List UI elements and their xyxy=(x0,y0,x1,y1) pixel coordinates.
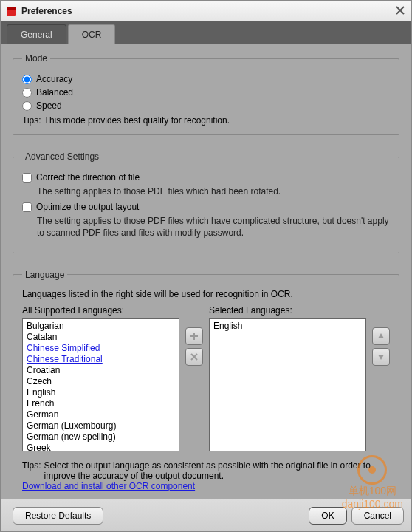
list-item[interactable]: Chinese Traditional xyxy=(26,354,176,365)
move-down-button[interactable] xyxy=(372,348,390,366)
selected-languages-col: Selected Languages: English xyxy=(209,305,366,451)
mode-tips-label: Tips: xyxy=(22,115,41,126)
list-item[interactable]: German (new spelling) xyxy=(26,432,176,443)
footer: Restore Defaults OK Cancel xyxy=(1,499,411,531)
all-languages-col: All Supported Languages: BulgarianCatala… xyxy=(22,305,179,451)
optimize-checkbox[interactable] xyxy=(22,202,32,212)
preferences-window: Preferences General OCR Mode Accuracy Ba… xyxy=(0,0,412,532)
language-tips: Tips: Select the output language as cons… xyxy=(22,460,390,481)
advanced-legend: Advanced Settings xyxy=(22,151,102,162)
correct-desc: The setting applies to those PDF files w… xyxy=(37,185,390,197)
mode-accuracy-row[interactable]: Accuracy xyxy=(22,74,390,84)
list-item[interactable]: Croatian xyxy=(26,365,176,376)
list-item[interactable]: German xyxy=(26,409,176,420)
all-languages-listbox[interactable]: BulgarianCatalanChinese SimplifiedChines… xyxy=(22,318,179,451)
svg-marker-8 xyxy=(378,333,384,338)
add-language-button[interactable] xyxy=(185,327,203,345)
mode-legend: Mode xyxy=(22,53,50,64)
list-item[interactable]: French xyxy=(26,398,176,409)
mode-speed-label: Speed xyxy=(36,100,62,111)
list-item[interactable]: Bulgarian xyxy=(26,321,176,332)
move-stack xyxy=(372,305,390,451)
tab-general[interactable]: General xyxy=(7,24,66,44)
mode-balanced-row[interactable]: Balanced xyxy=(22,87,390,98)
all-languages-label: All Supported Languages: xyxy=(22,305,179,316)
list-item[interactable]: German (Luxembourg) xyxy=(26,420,176,432)
tab-bar: General OCR xyxy=(1,21,411,44)
list-item[interactable]: Chinese Simplified xyxy=(26,343,176,354)
language-columns: All Supported Languages: BulgarianCatala… xyxy=(22,305,390,451)
language-tips-text: Select the output language as consistent… xyxy=(44,460,390,481)
selected-languages-label: Selected Languages: xyxy=(209,305,366,316)
move-up-button[interactable] xyxy=(372,327,390,345)
advanced-group: Advanced Settings Correct the direction … xyxy=(13,151,399,253)
language-legend: Language xyxy=(22,270,67,280)
svg-rect-1 xyxy=(7,7,16,10)
window-title: Preferences xyxy=(21,6,394,16)
mode-tips: Tips: This mode provides best quality fo… xyxy=(22,115,390,126)
mode-accuracy-radio[interactable] xyxy=(22,75,32,84)
language-desc: Languages listed in the right side will … xyxy=(22,289,390,299)
list-item[interactable]: Greek xyxy=(26,443,176,451)
correct-checkbox[interactable] xyxy=(22,173,32,183)
app-icon xyxy=(5,5,17,17)
titlebar: Preferences xyxy=(1,1,411,21)
remove-language-button[interactable] xyxy=(185,348,203,366)
mode-speed-radio[interactable] xyxy=(22,101,32,111)
language-group: Language Languages listed in the right s… xyxy=(13,270,399,499)
ok-button[interactable]: OK xyxy=(309,507,346,525)
list-item[interactable]: English xyxy=(213,321,363,332)
mode-group: Mode Accuracy Balanced Speed Tips: This … xyxy=(13,53,399,135)
add-remove-stack xyxy=(185,305,203,451)
list-item[interactable]: English xyxy=(26,387,176,398)
mode-accuracy-label: Accuracy xyxy=(36,74,72,84)
optimize-desc: The setting applies to those PDF files w… xyxy=(37,215,390,239)
correct-label: Correct the direction of file xyxy=(36,172,140,183)
content-area: Mode Accuracy Balanced Speed Tips: This … xyxy=(1,44,411,499)
close-button[interactable] xyxy=(394,4,407,18)
mode-balanced-radio[interactable] xyxy=(22,88,32,98)
download-ocr-link[interactable]: Download and install other OCR component xyxy=(22,481,195,491)
mode-speed-row[interactable]: Speed xyxy=(22,100,390,111)
selected-languages-listbox[interactable]: English xyxy=(209,318,366,451)
language-tips-label: Tips: xyxy=(22,460,41,481)
cancel-button[interactable]: Cancel xyxy=(351,507,404,525)
mode-balanced-label: Balanced xyxy=(36,87,73,98)
svg-marker-9 xyxy=(378,355,384,360)
mode-tips-text: This mode provides best quality for reco… xyxy=(44,115,230,126)
restore-defaults-button[interactable]: Restore Defaults xyxy=(13,507,103,525)
list-item[interactable]: Czech xyxy=(26,376,176,387)
optimize-row[interactable]: Optimize the output layout xyxy=(22,202,390,212)
tab-ocr[interactable]: OCR xyxy=(68,24,116,44)
correct-row[interactable]: Correct the direction of file xyxy=(22,172,390,183)
optimize-label: Optimize the output layout xyxy=(36,202,139,212)
list-item[interactable]: Catalan xyxy=(26,332,176,343)
